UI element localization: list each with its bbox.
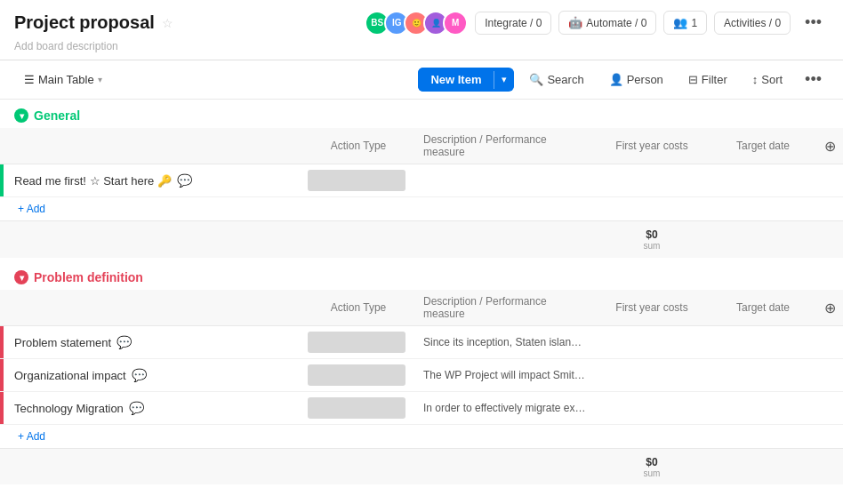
sum-label-problem: sum [601, 468, 702, 478]
row-date-cell [710, 404, 816, 412]
row-action-cell[interactable] [301, 166, 416, 195]
comment-icon[interactable]: 💬 [116, 335, 132, 349]
toolbar-more-button[interactable]: ••• [798, 66, 829, 93]
row-cost-cell [594, 177, 710, 184]
header-more-button[interactable]: ••• [798, 9, 829, 36]
integrate-button[interactable]: Integrate / 0 [475, 12, 551, 35]
col-date-general: Target date [710, 134, 816, 157]
table-area: ▾ General Action Type Description / Perf… [0, 100, 843, 484]
sum-row-general: $0 sum [0, 220, 843, 258]
add-row-problem[interactable]: + Add [0, 425, 843, 448]
persons-icon: 👥 [673, 16, 687, 29]
new-item-arrow-button[interactable]: ▾ [494, 68, 514, 91]
row-desc-cell: In order to effectively migrate existing… [416, 398, 594, 418]
row-desc-cell: Since its inception, Staten island has r… [416, 332, 594, 352]
table-icon: ☰ [24, 73, 35, 86]
persons-button[interactable]: 👥 1 [663, 11, 707, 35]
row-cost-cell [594, 339, 710, 346]
table-row[interactable]: Organizational impact 💬 The WP Project w… [0, 359, 843, 392]
comment-icon[interactable]: 💬 [132, 368, 147, 382]
group-problem: ▾ Problem definition Action Type Descrip… [0, 261, 843, 484]
activities-button[interactable]: Activities / 0 [714, 12, 791, 35]
row-action-cell[interactable] [301, 361, 416, 389]
row-date-cell [710, 339, 816, 346]
sort-icon: ↕ [752, 73, 759, 86]
sort-button[interactable]: ↕ Sort [743, 68, 792, 92]
person-button[interactable]: 👤 Person [599, 68, 673, 92]
group-general-col-headers: Action Type Description / Performance me… [0, 128, 843, 164]
table-row[interactable]: Problem statement 💬 Since its inception,… [0, 326, 843, 359]
automate-button[interactable]: 🤖 Automate / 0 [558, 11, 656, 35]
row-action-cell[interactable] [301, 394, 416, 422]
col-action-problem: Action Type [301, 296, 416, 319]
col-desc-problem: Description / Performance measure [416, 290, 594, 325]
sum-cell-general: $0 sum [594, 225, 710, 254]
group-problem-col-headers: Action Type Description / Performance me… [0, 290, 843, 326]
new-item-button-group[interactable]: New Item ▾ [418, 68, 514, 92]
col-name-general [4, 140, 301, 151]
table-row[interactable]: Technology Migration 💬 In order to effec… [0, 392, 843, 425]
comment-icon[interactable]: 💬 [129, 401, 144, 415]
group-general: ▾ General Action Type Description / Perf… [0, 100, 843, 258]
page-title: Project proposal [14, 12, 155, 33]
row-desc-cell: The WP Project will impact Smith Consult… [416, 365, 594, 385]
avatar-m: M [443, 11, 468, 36]
search-button[interactable]: 🔍 Search [519, 68, 593, 92]
col-desc-general: Description / Performance measure [416, 128, 594, 164]
group-problem-title[interactable]: Problem definition [34, 270, 143, 284]
person-icon: 👤 [609, 73, 623, 86]
automate-icon: 🤖 [568, 16, 582, 29]
sum-value-general: $0 [601, 228, 702, 241]
toolbar: ☰ Main Table ▾ New Item ▾ 🔍 Search 👤 Per… [0, 60, 843, 100]
filter-button[interactable]: ⊟ Filter [678, 68, 737, 92]
col-date-problem: Target date [710, 296, 816, 319]
group-problem-header: ▾ Problem definition [0, 261, 843, 290]
row-name-cell: Technology Migration 💬 [4, 394, 301, 422]
col-add-problem[interactable]: ⊕ [816, 300, 843, 316]
row-cost-cell [594, 372, 710, 379]
sum-row-problem: $0 sum [0, 448, 843, 484]
search-icon: 🔍 [529, 73, 543, 86]
col-cost-general: First year costs [594, 134, 710, 157]
row-date-cell [710, 372, 816, 379]
sum-label-general: sum [601, 241, 702, 251]
dropdown-icon: ▾ [98, 75, 102, 84]
col-name-problem [4, 302, 301, 313]
row-date-cell [710, 177, 816, 184]
comment-icon[interactable]: 💬 [177, 173, 192, 188]
row-name-cell: Organizational impact 💬 [4, 361, 301, 389]
group-general-header: ▾ General [0, 100, 843, 128]
main-table-button[interactable]: ☰ Main Table ▾ [14, 68, 112, 92]
row-action-cell[interactable] [301, 328, 416, 356]
row-desc-cell [416, 177, 594, 184]
new-item-button[interactable]: New Item [418, 68, 494, 92]
row-name-cell: Problem statement 💬 [4, 328, 301, 356]
sum-cell-problem: $0 sum [594, 452, 710, 482]
activities-label: Activities / 0 [724, 17, 781, 29]
add-row-general[interactable]: + Add [0, 197, 843, 220]
row-cost-cell [594, 404, 710, 412]
table-row[interactable]: Read me first! ☆ Start here 🔑 💬 [0, 164, 843, 197]
row-name-cell: Read me first! ☆ Start here 🔑 💬 [4, 166, 301, 195]
subtitle[interactable]: Add board description [0, 40, 843, 60]
col-cost-problem: First year costs [594, 296, 710, 319]
sum-value-problem: $0 [601, 456, 702, 468]
group-problem-toggle[interactable]: ▾ [14, 270, 28, 284]
group-general-title[interactable]: General [34, 108, 80, 123]
header: Project proposal ☆ BS IG 🙂 👤 M Integrate… [0, 0, 843, 60]
filter-icon: ⊟ [688, 73, 698, 86]
star-icon[interactable]: ☆ [162, 16, 173, 30]
col-action-general: Action Type [301, 134, 416, 157]
group-general-toggle[interactable]: ▾ [14, 108, 28, 123]
col-add-general[interactable]: ⊕ [816, 138, 843, 155]
avatar-group: BS IG 🙂 👤 M [365, 11, 468, 36]
